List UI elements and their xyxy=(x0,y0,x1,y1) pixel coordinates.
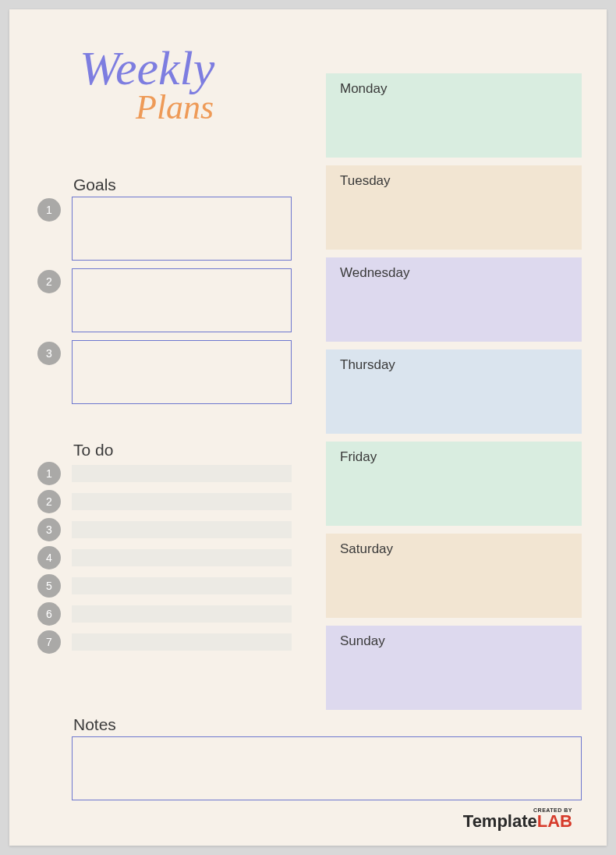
goal-number: 2 xyxy=(37,270,61,293)
todo-input[interactable] xyxy=(72,493,292,510)
todo-number: 6 xyxy=(37,602,61,626)
brand-a: Template xyxy=(463,811,537,831)
day-label: Tuesday xyxy=(340,173,391,188)
todo-number: 1 xyxy=(37,462,61,485)
todo-input[interactable] xyxy=(72,465,292,482)
day-label: Friday xyxy=(340,449,377,464)
goal-input[interactable] xyxy=(72,268,292,332)
todo-number: 3 xyxy=(37,518,61,541)
notes-input[interactable] xyxy=(72,736,582,800)
day-tuesday[interactable]: Tuesday xyxy=(326,165,582,250)
todo-input[interactable] xyxy=(72,633,292,651)
title-line2: Plans xyxy=(136,87,214,127)
days-column: Monday Tuesday Wednesday Thursday Friday… xyxy=(326,73,582,718)
goals-heading: Goals xyxy=(73,176,116,194)
title-line1: Weekly xyxy=(80,47,214,90)
day-saturday[interactable]: Saturday xyxy=(326,534,582,618)
todo-number: 2 xyxy=(37,490,61,513)
day-thursday[interactable]: Thursday xyxy=(326,349,582,434)
notes-heading: Notes xyxy=(73,715,116,734)
todo-number: 5 xyxy=(37,574,61,598)
goal-input[interactable] xyxy=(72,197,292,261)
day-label: Saturday xyxy=(340,541,393,556)
goal-number: 3 xyxy=(37,342,61,365)
todo-input[interactable] xyxy=(72,577,292,594)
todo-input[interactable] xyxy=(72,549,292,566)
day-friday[interactable]: Friday xyxy=(326,442,582,526)
brand-b: LAB xyxy=(537,811,572,831)
brand-name: TemplateLAB xyxy=(463,813,572,830)
todo-number: 7 xyxy=(37,630,61,654)
todo-input[interactable] xyxy=(72,605,292,623)
day-sunday[interactable]: Sunday xyxy=(326,626,582,710)
goal-input[interactable] xyxy=(72,340,292,404)
todo-heading: To do xyxy=(73,441,113,459)
goal-number: 1 xyxy=(37,198,61,222)
title-block: Weekly Plans xyxy=(80,47,214,127)
day-monday[interactable]: Monday xyxy=(326,73,582,158)
todo-number: 4 xyxy=(37,546,61,569)
day-label: Sunday xyxy=(340,633,385,648)
planner-page: Weekly Plans Goals 1 2 3 To do 1 2 3 4 5… xyxy=(9,9,607,846)
day-label: Monday xyxy=(340,81,387,96)
day-label: Thursday xyxy=(340,357,395,372)
day-label: Wednesday xyxy=(340,265,409,280)
footer-logo: CREATED BY TemplateLAB xyxy=(463,807,572,830)
day-wednesday[interactable]: Wednesday xyxy=(326,257,582,342)
todo-input[interactable] xyxy=(72,521,292,538)
